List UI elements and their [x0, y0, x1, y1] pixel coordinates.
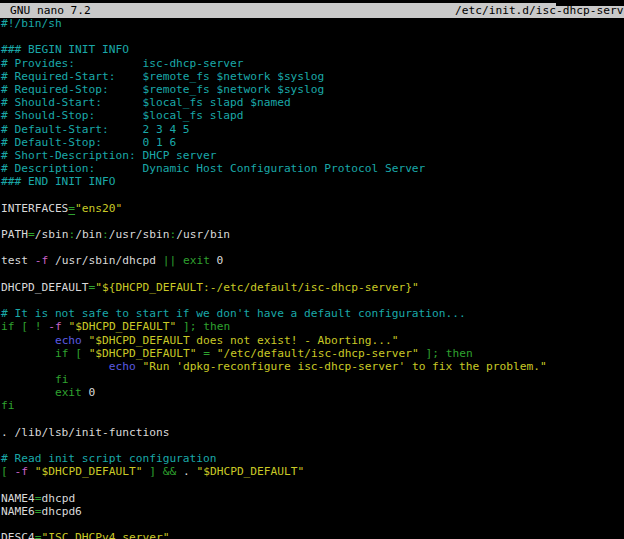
code-token[interactable]: # Description: Dynamic Host Configuratio… — [1, 162, 425, 175]
code-token[interactable]: dhcpd6 — [41, 505, 81, 518]
code-token[interactable]: "ens20" — [75, 202, 122, 215]
code-token[interactable]: # Default-Stop: 0 1 6 — [1, 136, 176, 149]
code-token[interactable]: ]; — [183, 320, 196, 333]
code-line[interactable]: # Default-Stop: 0 1 6 — [1, 136, 624, 149]
code-token[interactable] — [1, 347, 55, 360]
code-token[interactable] — [176, 254, 183, 267]
code-token[interactable]: . — [176, 465, 196, 478]
code-token[interactable]: ] — [149, 465, 156, 478]
code-token[interactable]: /bin — [75, 228, 102, 241]
code-line[interactable]: fi — [1, 399, 624, 412]
code-line[interactable]: # Should-Stop: $local_fs slapd — [1, 109, 624, 122]
code-line[interactable]: if [ "$DHCPD_DEFAULT" = "/etc/default/is… — [1, 347, 624, 360]
code-line[interactable]: fi — [1, 373, 624, 386]
code-token[interactable]: then — [446, 347, 473, 360]
code-token[interactable] — [156, 465, 163, 478]
code-token[interactable] — [1, 386, 55, 399]
code-line[interactable] — [1, 479, 624, 492]
code-token[interactable]: : — [102, 228, 109, 241]
code-token[interactable]: -f — [15, 465, 28, 478]
code-token[interactable]: = — [28, 228, 35, 241]
code-token[interactable]: then — [203, 320, 230, 333]
code-line[interactable]: NAME6=dhcpd6 — [1, 505, 624, 518]
code-token[interactable]: "${DHCPD_DEFAULT:-/etc/default/isc-dhcp-… — [95, 281, 418, 294]
code-token[interactable]: "$DHCPD_DEFAULT" — [68, 320, 176, 333]
code-token[interactable]: [ — [75, 347, 82, 360]
code-token[interactable]: "Run 'dpkg-reconfigure isc-dhcp-server' … — [142, 360, 546, 373]
code-token[interactable]: PATH — [1, 228, 28, 241]
code-token[interactable]: dhcpd — [41, 492, 75, 505]
code-token[interactable]: # Read init script configuration — [1, 452, 217, 465]
code-line[interactable] — [1, 30, 624, 43]
code-token[interactable] — [176, 320, 183, 333]
editor-content[interactable]: #!/bin/sh### BEGIN INIT INFO# Provides: … — [1, 17, 624, 539]
code-token[interactable] — [28, 320, 35, 333]
code-line[interactable]: DESC4="ISC DHCPv4 server" — [1, 531, 624, 539]
code-token[interactable]: ]; — [425, 347, 438, 360]
code-token[interactable] — [28, 465, 35, 478]
code-line[interactable]: PATH=/sbin:/bin:/usr/sbin:/usr/bin — [1, 228, 624, 241]
code-line[interactable]: # Default-Start: 2 3 4 5 — [1, 123, 624, 136]
code-token[interactable]: = — [203, 347, 210, 360]
code-token[interactable] — [1, 373, 55, 386]
code-line[interactable]: # Short-Description: DHCP server — [1, 149, 624, 162]
code-token[interactable]: "$DHCPD_DEFAULT" — [89, 347, 197, 360]
code-token[interactable]: DHCPD_DEFAULT — [1, 281, 89, 294]
code-token[interactable]: INTERFACES — [1, 202, 68, 215]
code-line[interactable]: . /lib/lsb/init-functions — [1, 426, 624, 439]
code-line[interactable]: # Required-Start: $remote_fs $network $s… — [1, 70, 624, 83]
code-token[interactable]: /sbin — [35, 228, 69, 241]
code-line[interactable]: # Read init script configuration — [1, 452, 624, 465]
code-token[interactable]: "ISC DHCPv4 server" — [41, 531, 169, 539]
code-token[interactable]: /usr/sbin — [109, 228, 170, 241]
code-token[interactable]: echo — [109, 360, 136, 373]
code-line[interactable]: # Provides: isc-dhcp-server — [1, 57, 624, 70]
code-token[interactable] — [210, 347, 217, 360]
code-token[interactable]: # Provides: isc-dhcp-server — [1, 57, 243, 70]
code-token[interactable]: fi — [1, 399, 14, 412]
code-token[interactable]: "/etc/default/isc-dhcp-server" — [217, 347, 419, 360]
code-token[interactable]: || — [163, 254, 176, 267]
code-line[interactable]: #!/bin/sh — [1, 17, 624, 30]
code-token[interactable]: "$DHCPD_DEFAULT" — [35, 465, 143, 478]
code-line[interactable]: # It is not safe to start if we don't ha… — [1, 307, 624, 320]
code-line[interactable]: echo "Run 'dpkg-reconfigure isc-dhcp-ser… — [1, 360, 624, 373]
code-token[interactable]: # Should-Start: $local_fs slapd $named — [1, 96, 291, 109]
code-token[interactable]: -f — [35, 254, 48, 267]
code-line[interactable] — [1, 268, 624, 281]
code-line[interactable]: # Required-Stop: $remote_fs $network $sy… — [1, 83, 624, 96]
code-line[interactable] — [1, 413, 624, 426]
code-line[interactable] — [1, 518, 624, 531]
code-token[interactable]: echo — [55, 334, 82, 347]
code-token[interactable]: # Required-Start: $remote_fs $network $s… — [1, 70, 324, 83]
code-token[interactable]: "$DHCPD_DEFAULT" — [196, 465, 304, 478]
code-token[interactable]: # It is not safe to start if we don't ha… — [1, 307, 466, 320]
code-line[interactable] — [1, 188, 624, 201]
code-token[interactable]: [ — [21, 320, 28, 333]
code-token[interactable] — [8, 465, 15, 478]
code-line[interactable]: [ -f "$DHCPD_DEFAULT" ] && . "$DHCPD_DEF… — [1, 465, 624, 478]
code-line[interactable]: if [ ! -f "$DHCPD_DEFAULT" ]; then — [1, 320, 624, 333]
code-token[interactable]: ### BEGIN INIT INFO — [1, 43, 129, 56]
code-token[interactable]: exit — [183, 254, 210, 267]
code-token[interactable]: . /lib/lsb/init-functions — [1, 426, 169, 439]
code-token[interactable]: && — [163, 465, 176, 478]
code-token[interactable]: #!/bin/sh — [1, 17, 62, 30]
code-token[interactable]: # Default-Start: 2 3 4 5 — [1, 123, 190, 136]
code-token[interactable]: DESC4 — [1, 531, 35, 539]
code-token[interactable]: exit — [55, 386, 82, 399]
code-token[interactable] — [439, 347, 446, 360]
code-token[interactable]: test — [1, 254, 35, 267]
code-line[interactable]: # Description: Dynamic Host Configuratio… — [1, 162, 624, 175]
code-line[interactable]: ### END INIT INFO — [1, 175, 624, 188]
code-token[interactable]: if — [55, 347, 68, 360]
code-line[interactable]: DHCPD_DEFAULT="${DHCPD_DEFAULT:-/etc/def… — [1, 281, 624, 294]
code-token[interactable]: # Short-Description: DHCP server — [1, 149, 217, 162]
code-token[interactable] — [1, 334, 55, 347]
code-token[interactable]: [ — [1, 465, 8, 478]
code-line[interactable] — [1, 215, 624, 228]
code-token[interactable] — [1, 360, 109, 373]
code-line[interactable] — [1, 241, 624, 254]
code-line[interactable]: NAME4=dhcpd — [1, 492, 624, 505]
code-line[interactable]: INTERFACES="ens20" — [1, 202, 624, 215]
